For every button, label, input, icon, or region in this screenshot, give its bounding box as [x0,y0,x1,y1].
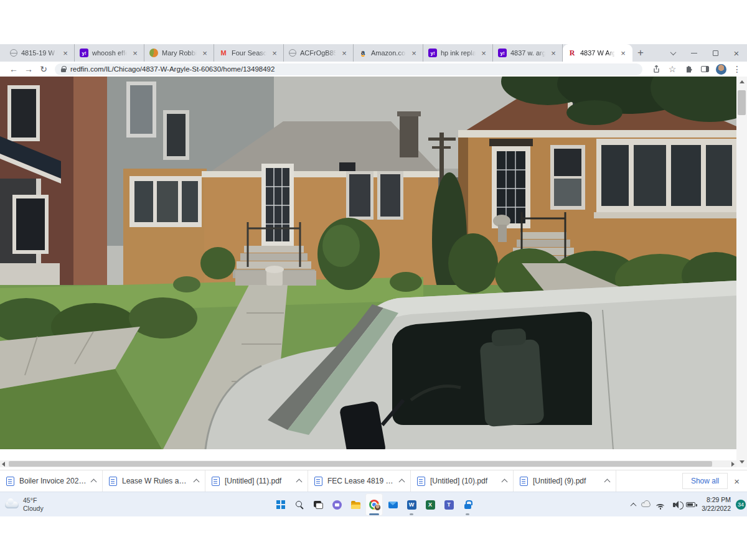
side-panel-icon [701,66,709,72]
chevron-up-icon[interactable] [91,479,97,485]
taskbar-app[interactable] [459,493,476,516]
window-controls: × [662,44,747,62]
browser-tab[interactable]: hp ink replacemen × [423,44,493,62]
taskbar-clock[interactable]: 8:29 PM 3/22/2022 [702,496,731,513]
refresh-button[interactable]: ↻ [36,63,51,75]
tab-close-icon[interactable]: × [619,49,627,58]
download-filename: FEC Lease 4819 Hu....pdf [327,477,395,485]
tab-title: 4815-19 W Hutch [21,49,57,57]
weather-temperature: 45°F [23,497,37,504]
taskbar-apps [272,493,476,516]
taskbar-app[interactable] [384,493,402,516]
close-window-button[interactable]: × [726,44,747,62]
notification-count-badge[interactable]: 34 [736,500,746,510]
scroll-down-arrow[interactable] [740,460,745,464]
pdf-file-icon [212,477,220,486]
tab-close-icon[interactable]: × [479,49,488,58]
browser-tab[interactable]: Amazon.com Tha × [354,44,423,62]
search-icon [296,501,302,507]
download-item[interactable]: Boiler Invoice 2022.pdf [0,470,103,492]
battery-icon[interactable] [686,502,695,507]
chevron-up-icon[interactable] [631,502,637,508]
browser-tab[interactable]: Four Seasons Pro × [214,44,284,62]
yahoo-icon [80,49,88,57]
extensions-button[interactable] [681,62,696,76]
share-button[interactable] [649,62,664,76]
taskbar-app[interactable] [403,493,420,516]
browser-tab[interactable]: Mary Robbins | co × [144,44,214,62]
download-item[interactable]: [Untitled] (11).pdf [205,470,308,492]
show-all-downloads-link[interactable]: Show all [682,473,728,489]
close-downloads-bar-icon[interactable]: × [734,476,740,487]
download-item[interactable]: [Untitled] (9).pdf [514,470,616,492]
download-item[interactable]: FEC Lease 4819 Hu....pdf [308,470,411,492]
tab-close-icon[interactable]: × [270,49,279,58]
chevron-up-icon[interactable] [296,479,303,485]
wifi-icon[interactable] [656,504,664,508]
download-item[interactable]: [Untitled] (10).pdf [411,470,514,492]
chevron-up-icon[interactable] [194,479,200,485]
tab-close-icon[interactable]: × [340,49,349,58]
download-filename: [Untitled] (9).pdf [533,477,600,485]
scroll-left-arrow[interactable] [2,462,5,467]
tab-search-chevron-icon[interactable] [662,44,684,62]
minimize-icon [691,53,697,54]
chrome-window: 4815-19 W Hutch × whoosh effect - Y × Ma… [0,44,747,492]
back-button[interactable]: ← [6,63,21,75]
vertical-scrollbar[interactable] [736,77,747,467]
tab-close-icon[interactable]: × [410,49,418,58]
tab-close-icon[interactable]: × [200,49,209,58]
tab-close-icon[interactable]: × [131,49,139,58]
tab-title: 4837 W Argyle St [580,49,615,57]
chevron-up-icon[interactable] [502,479,508,485]
taskbar-app[interactable] [309,493,327,516]
site-icon [149,49,158,57]
download-filename: [Untitled] (11).pdf [225,477,292,485]
teams-icon [444,500,454,510]
minimize-button[interactable] [684,44,705,62]
taskbar-app[interactable] [347,493,364,516]
profile-avatar[interactable] [713,62,728,76]
download-item[interactable]: Lease W Rules and....pdf [103,470,205,492]
address-bar[interactable]: redfin.com/IL/Chicago/4837-W-Argyle-St-6… [55,63,642,75]
chevron-up-icon[interactable] [604,479,611,485]
vertical-scroll-thumb[interactable] [738,90,746,115]
bookmark-star-button[interactable]: ☆ [665,62,680,76]
browser-tab[interactable]: ACFrOgB85k3B2C × [284,44,354,62]
chevron-up-icon[interactable] [399,479,405,485]
download-filename: Lease W Rules and....pdf [122,477,189,485]
tab-title: Amazon.com Tha [371,49,406,57]
cloud-icon[interactable] [641,502,651,507]
horizontal-scroll-thumb[interactable] [9,461,712,467]
chat-icon [332,500,342,510]
maximize-icon [713,50,718,56]
chrome-icon [369,500,379,510]
side-panel-button[interactable] [697,62,712,76]
scroll-right-arrow[interactable] [731,462,735,467]
tray-icons [631,502,695,508]
redfin-icon [568,49,576,57]
pdf-file-icon [6,477,14,486]
browser-tab[interactable]: whoosh effect - Y × [75,44,144,62]
browser-tab[interactable]: 4837 W Argyle St × [563,44,632,62]
forward-button[interactable]: → [21,63,36,75]
maximize-button[interactable] [705,44,726,62]
taskbar-app[interactable] [365,493,383,516]
browser-tab[interactable]: 4815-19 W Hutch × [5,44,75,62]
new-tab-button[interactable]: + [632,45,649,61]
street-view-photo[interactable] [0,77,736,449]
tab-close-icon[interactable]: × [61,49,70,58]
weather-widget[interactable]: 45°F Cloudy [5,492,44,517]
taskbar-app[interactable] [421,493,439,516]
volume-icon[interactable] [673,503,675,507]
taskbar-app[interactable] [328,493,345,516]
browser-menu-button[interactable]: ⋮ [730,62,745,76]
browser-tab[interactable]: 4837 w. argyle ch × [493,44,563,62]
horizontal-scrollbar[interactable] [0,460,736,467]
taskbar-app[interactable] [272,493,289,516]
taskbar-app[interactable] [440,493,458,516]
globe-icon [10,49,17,57]
scroll-up-arrow[interactable] [740,80,745,83]
tab-close-icon[interactable]: × [549,49,558,58]
taskbar-app[interactable] [291,493,308,516]
